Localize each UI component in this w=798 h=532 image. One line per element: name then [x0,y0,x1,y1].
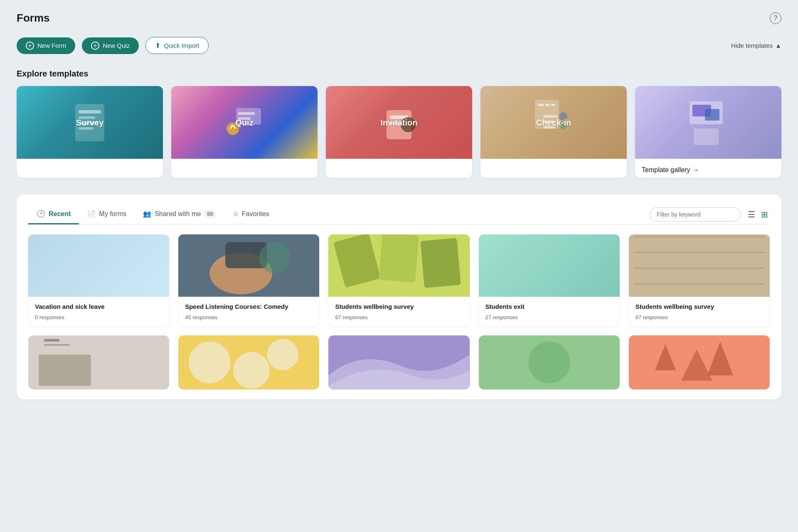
invitation-label: Invitation [381,118,418,127]
grid-view-button[interactable]: ⊞ [759,208,770,221]
template-gallery-img [635,86,781,159]
svg-rect-6 [238,112,255,115]
help-icon[interactable]: ? [770,12,781,24]
form-card-body-1: Speed Listening Courses: Comedy 45 respo… [178,297,319,326]
new-form-plus-icon: + [26,42,34,50]
new-quiz-label: New Quiz [103,42,130,49]
svg-rect-16 [551,104,555,106]
template-card-gallery[interactable]: Template gallery → [635,86,781,178]
partial4-svg [629,335,770,389]
svg-point-46 [233,352,270,388]
card4-svg [629,234,770,297]
svg-rect-34 [629,234,770,297]
tab-myforms-label: My forms [99,210,126,218]
new-form-label: New Form [37,42,66,49]
forms-section: 🕐 Recent 📄 My forms 👥 Shared with me 88 … [17,195,781,399]
tab-favorites-label: Favorites [242,210,269,218]
shared-count: 88 [204,210,216,218]
svg-rect-42 [44,339,60,341]
favorites-icon: ☆ [233,210,239,218]
form-card-0[interactable]: Vacation and sick leave 0 responses [28,234,169,326]
form-card-4[interactable]: Students wellbeing survey 67 responses [629,234,770,326]
svg-rect-23 [694,128,719,145]
form-card-partial-4[interactable] [629,335,770,389]
form-card-body-0: Vacation and sick leave 0 responses [28,297,169,326]
template-quiz-img: Quiz [171,86,318,159]
tabs-bar: 🕐 Recent 📄 My forms 👥 Shared with me 88 … [28,204,770,224]
tab-favorites[interactable]: ☆ Favorites [224,205,278,224]
svg-point-29 [259,242,291,273]
tab-shared[interactable]: 👥 Shared with me 88 [135,205,224,224]
view-toggle: ☰ ⊞ [746,208,770,221]
form-card-1[interactable]: Speed Listening Courses: Comedy 45 respo… [178,234,319,326]
new-quiz-plus-icon: + [91,42,99,50]
form-card-responses-0: 0 responses [35,314,163,320]
form-card-partial-1[interactable] [178,335,319,389]
form-card-2[interactable]: Students wellbeing survey 67 responses [328,234,469,326]
hide-templates-label: Hide templates [731,42,773,49]
tab-recent-label: Recent [49,210,71,218]
template-card-survey[interactable]: Survey [17,86,163,178]
form-card-title-4: Students wellbeing survey [635,303,763,311]
quick-import-icon: ⬆ [155,42,160,49]
recent-icon: 🕐 [37,209,45,218]
filter-input[interactable] [650,207,741,222]
svg-rect-33 [421,238,461,288]
svg-rect-1 [79,110,101,113]
tab-recent[interactable]: 🕐 Recent [28,204,79,224]
quiz-label: Quiz [235,118,253,127]
form-card-title-0: Vacation and sick leave [35,303,163,311]
tabs-right: ☰ ⊞ [650,207,770,222]
top-bar: Forms ? [17,12,781,25]
form-card-3[interactable]: Students exit 27 responses [479,234,620,326]
form-card-partial-3[interactable] [479,335,620,389]
template-card-checkin[interactable]: Check-in [480,86,627,178]
template-card-invitation[interactable]: Invitation [326,86,472,178]
gallery-label: Template gallery [642,166,690,174]
card2-svg [328,234,469,297]
form-card-responses-2: 67 responses [335,314,463,320]
form-card-responses-4: 67 responses [635,314,763,320]
new-quiz-button[interactable]: + New Quiz [82,37,139,54]
svg-rect-14 [538,104,544,106]
quick-import-button[interactable]: ⬆ Quick Import [145,37,209,54]
list-view-button[interactable]: ☰ [746,208,757,221]
svg-rect-15 [545,104,549,106]
form-card-partial-2[interactable] [328,335,469,389]
form-card-partial-0[interactable] [28,335,169,389]
partial0-svg [28,335,169,389]
form-card-body-3: Students exit 27 responses [479,297,620,326]
tab-myforms[interactable]: 📄 My forms [79,205,135,224]
svg-point-50 [528,341,570,383]
partial3-svg [479,335,620,389]
svg-rect-19 [543,115,558,118]
template-invitation-img: Invitation [326,86,472,159]
form-card-img-1 [178,234,319,297]
svg-point-47 [267,339,298,370]
template-checkin-img: Check-in [480,86,627,159]
checkin-label: Check-in [536,118,571,127]
new-form-button[interactable]: + New Form [17,37,75,54]
svg-rect-25 [705,109,719,121]
tab-shared-label: Shared with me [155,210,201,218]
svg-rect-43 [44,344,70,346]
gallery-link[interactable]: Template gallery → [642,166,775,174]
chevron-up-icon: ▲ [775,42,781,49]
svg-rect-41 [39,355,91,386]
form-card-img-2 [328,234,469,297]
svg-point-45 [189,341,231,383]
card1-svg [178,234,319,297]
form-card-title-2: Students wellbeing survey [335,303,463,311]
templates-section: Explore templates Survey [17,69,781,178]
form-card-title-1: Speed Listening Courses: Comedy [185,303,313,311]
quick-import-label: Quick Import [164,42,199,49]
form-cards-grid: Vacation and sick leave 0 responses S [28,234,770,326]
form-cards-row2 [28,335,770,389]
form-card-img-4 [629,234,770,297]
hide-templates-button[interactable]: Hide templates ▲ [731,42,781,49]
page-container: Forms ? + New Form + New Quiz ⬆ Quick Im… [0,0,798,411]
template-card-quiz[interactable]: Quiz [171,86,318,178]
svg-rect-4 [79,127,94,130]
partial2-svg [328,335,469,389]
form-card-img-3 [479,234,620,297]
